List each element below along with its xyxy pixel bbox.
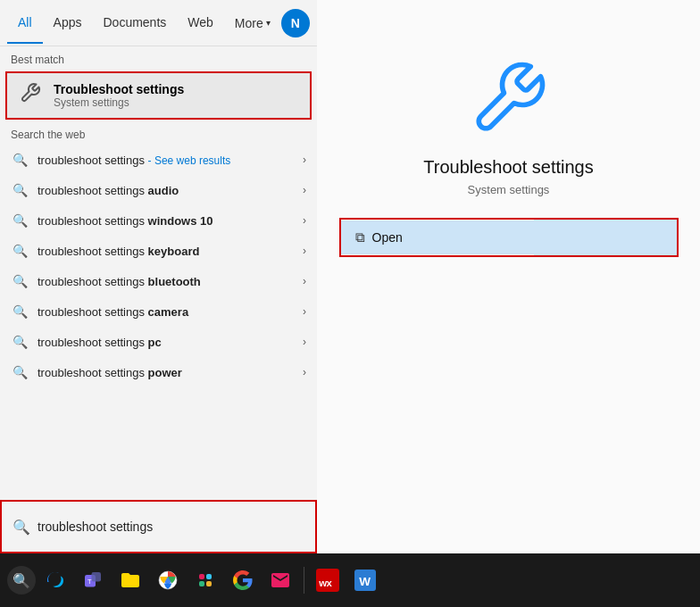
taskbar-mail[interactable]: [262, 562, 298, 598]
search-loop-icon-7: 🔍: [11, 365, 29, 379]
svg-text:x: x: [326, 578, 332, 588]
search-item-3[interactable]: 🔍 troubleshoot settings keyboard ›: [0, 236, 317, 266]
svg-rect-5: [206, 574, 212, 579]
search-loop-icon-1: 🔍: [11, 183, 29, 197]
best-match-title: Troubleshoot settings: [54, 82, 299, 96]
search-item-text-0: troubleshoot settings - See web results: [38, 154, 294, 167]
google-icon: [232, 570, 254, 591]
search-bar: 🔍: [0, 500, 317, 553]
chevron-right-icon-0: ›: [303, 154, 306, 166]
mail-icon: [270, 570, 291, 591]
tab-all[interactable]: All: [7, 3, 43, 44]
avatar-button[interactable]: N: [281, 9, 310, 37]
best-match-item[interactable]: Troubleshoot settings System settings: [5, 71, 312, 120]
search-item-text-4: troubleshoot settings bluetooth: [38, 275, 294, 288]
taskbar-edge[interactable]: [38, 562, 73, 598]
tab-documents[interactable]: Documents: [92, 3, 177, 44]
svg-rect-7: [206, 581, 212, 586]
search-items-list: 🔍 troubleshoot settings - See web result…: [0, 145, 317, 500]
tab-apps[interactable]: Apps: [43, 3, 93, 44]
search-item-2[interactable]: 🔍 troubleshoot settings windows 10 ›: [0, 205, 317, 236]
tab-more[interactable]: More ▾: [224, 4, 281, 43]
chevron-right-icon-2: ›: [303, 214, 306, 227]
search-loop-icon-0: 🔍: [11, 153, 29, 167]
open-btn-container: ⧉ Open: [339, 218, 679, 257]
search-popup: All Apps Documents Web More ▾ N 💬 ··· ✕ …: [0, 0, 317, 553]
tab-web[interactable]: Web: [177, 3, 224, 44]
search-bar-icon: 🔍: [12, 519, 30, 536]
right-panel-title: Troubleshoot settings: [423, 157, 593, 178]
tabs-bar: All Apps Documents Web More ▾ N 💬 ··· ✕: [0, 0, 317, 46]
word-icon: W: [354, 570, 376, 591]
taskbar-teams[interactable]: T: [75, 562, 111, 598]
search-item-4[interactable]: 🔍 troubleshoot settings bluetooth ›: [0, 266, 317, 296]
search-item-text-3: troubleshoot settings keyboard: [38, 245, 294, 258]
teams-icon: T: [82, 570, 104, 591]
search-item-text-7: troubleshoot settings power: [38, 366, 294, 379]
search-item-text-1: troubleshoot settings audio: [38, 184, 294, 197]
search-loop-icon-4: 🔍: [11, 274, 29, 288]
chevron-right-icon-5: ›: [303, 305, 306, 318]
open-icon: ⧉: [355, 229, 365, 245]
taskbar-explorer[interactable]: [112, 562, 148, 598]
search-item-text-6: troubleshoot settings pc: [38, 336, 294, 349]
taskbar-wsxdn[interactable]: w x: [310, 562, 346, 598]
taskbar: 🔍 T: [0, 553, 700, 607]
chevron-down-icon: ▾: [266, 18, 271, 28]
search-web-label: Search the web: [0, 121, 317, 145]
taskbar-google[interactable]: [225, 562, 261, 598]
svg-rect-1: [92, 572, 102, 582]
search-loop-icon-6: 🔍: [11, 335, 29, 349]
wsxdn-icon: w x: [316, 569, 339, 592]
taskbar-slack[interactable]: [188, 562, 223, 598]
open-btn-extra-area: [534, 220, 677, 255]
right-panel-icon: [464, 54, 554, 143]
search-item-text-5: troubleshoot settings camera: [38, 305, 294, 319]
open-button[interactable]: ⧉ Open: [341, 220, 534, 254]
taskbar-chrome[interactable]: [150, 562, 186, 598]
search-item-6[interactable]: 🔍 troubleshoot settings pc ›: [0, 327, 317, 357]
taskbar-search-icon: 🔍: [12, 572, 30, 589]
taskbar-word[interactable]: W: [347, 562, 383, 598]
taskbar-divider: [304, 567, 304, 594]
open-label: Open: [372, 230, 403, 245]
right-panel-subtitle: System settings: [468, 183, 550, 196]
chevron-right-icon-3: ›: [303, 245, 306, 257]
folder-icon: [120, 570, 141, 591]
taskbar-search[interactable]: 🔍: [7, 566, 36, 595]
right-panel: Troubleshoot settings System settings ⧉ …: [317, 0, 700, 553]
wrench-icon: [18, 82, 43, 109]
best-match-text: Troubleshoot settings System settings: [54, 82, 299, 109]
search-item-1[interactable]: 🔍 troubleshoot settings audio ›: [0, 175, 317, 205]
slack-icon: [195, 570, 216, 591]
search-input[interactable]: [38, 520, 304, 534]
svg-rect-4: [199, 574, 204, 579]
best-match-subtitle: System settings: [54, 96, 299, 109]
search-loop-icon-2: 🔍: [11, 213, 29, 228]
chevron-right-icon-7: ›: [303, 366, 306, 378]
best-match-label: Best match: [0, 46, 317, 70]
avatar-letter: N: [291, 16, 300, 30]
chevron-right-icon-4: ›: [303, 275, 306, 287]
search-item-5[interactable]: 🔍 troubleshoot settings camera ›: [0, 296, 317, 327]
search-item-7[interactable]: 🔍 troubleshoot settings power ›: [0, 357, 317, 387]
chrome-icon: [157, 570, 179, 591]
svg-rect-6: [199, 581, 204, 586]
search-loop-icon-5: 🔍: [11, 304, 29, 319]
search-item-text-2: troubleshoot settings windows 10: [38, 214, 294, 228]
search-item-0[interactable]: 🔍 troubleshoot settings - See web result…: [0, 145, 317, 175]
chevron-right-icon-6: ›: [303, 336, 306, 348]
search-loop-icon-3: 🔍: [11, 244, 29, 258]
svg-text:W: W: [359, 575, 371, 588]
chevron-right-icon-1: ›: [303, 184, 306, 196]
svg-text:T: T: [88, 578, 92, 586]
edge-icon: [45, 570, 66, 591]
more-label: More: [235, 16, 263, 30]
